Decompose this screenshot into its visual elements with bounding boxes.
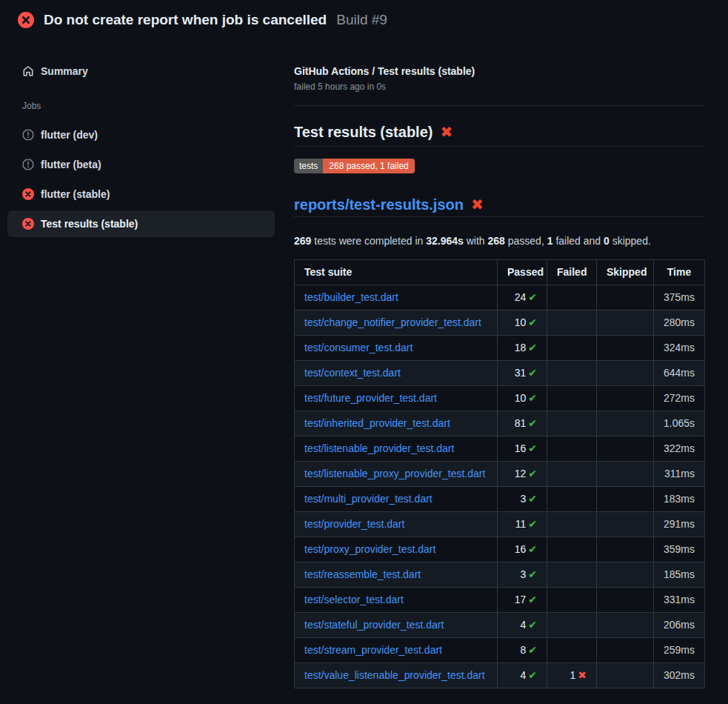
column-header-test-suite: Test suite	[295, 260, 498, 285]
failed-cross-icon: ✖	[471, 197, 484, 212]
cell-passed: 12✔	[498, 462, 547, 487]
check-icon: ✔	[528, 442, 537, 454]
count-value: 3	[520, 568, 526, 580]
summary-segment: with	[464, 235, 488, 247]
cell-failed	[547, 285, 597, 311]
table-row: test/listenable_proxy_provider_test.dart…	[295, 462, 705, 487]
test-suite-link[interactable]: test/proxy_provider_test.dart	[304, 543, 435, 555]
sidebar-item-label: flutter (beta)	[41, 159, 101, 170]
check-icon: ✔	[528, 594, 537, 605]
cell-failed	[547, 537, 597, 562]
sidebar-item-flutter-stable[interactable]: flutter (stable)	[7, 181, 275, 207]
test-suite-link[interactable]: test/multi_provider_test.dart	[304, 493, 433, 505]
count-value: 3	[520, 493, 526, 505]
count-value: 10	[515, 316, 527, 328]
cell-test-suite: test/change_notifier_provider_test.dart	[295, 311, 498, 336]
test-suite-link[interactable]: test/stream_provider_test.dart	[304, 644, 442, 656]
test-results-table: Test suite Passed Failed Skipped Time te…	[294, 259, 705, 688]
cell-skipped	[597, 613, 654, 638]
table-row: test/change_notifier_provider_test.dart1…	[295, 311, 705, 336]
cell-passed: 3✔	[498, 562, 547, 588]
cell-time: 359ms	[654, 537, 705, 562]
sidebar-item-summary[interactable]: Summary	[7, 58, 275, 84]
test-suite-link[interactable]: test/inherited_provider_test.dart	[304, 417, 450, 429]
cell-test-suite: test/context_test.dart	[295, 361, 498, 386]
test-suite-link[interactable]: test/context_test.dart	[304, 367, 401, 379]
cell-passed: 17✔	[498, 588, 547, 613]
cell-test-suite: test/listenable_proxy_provider_test.dart	[295, 462, 498, 487]
cell-failed	[547, 562, 597, 588]
check-icon: ✔	[528, 619, 537, 631]
sidebar-item-flutter-beta[interactable]: flutter (beta)	[7, 151, 275, 178]
count-value: 12	[515, 468, 527, 479]
table-row: test/provider_test.dart11✔291ms	[295, 512, 705, 537]
cell-passed: 24✔	[498, 285, 547, 311]
badge-value: 268 passed, 1 failed	[323, 159, 414, 173]
check-icon: ✔	[528, 518, 537, 530]
cell-failed	[547, 411, 597, 436]
sidebar-item-label: Test results (stable)	[41, 218, 138, 230]
stop-octagon-icon	[22, 129, 34, 141]
report-link[interactable]: reports/test-results.json	[294, 196, 464, 213]
test-suite-link[interactable]: test/change_notifier_provider_test.dart	[304, 316, 481, 328]
page-header: Do not create report when job is cancell…	[0, 0, 728, 40]
cell-time: 1.065s	[654, 411, 705, 436]
summary-segment: 1	[547, 235, 553, 247]
x-circle-fill-icon	[22, 218, 34, 230]
cell-failed	[547, 361, 597, 386]
count-value: 11	[515, 518, 527, 530]
section-heading-text: Test results (stable)	[294, 122, 433, 142]
check-icon: ✔	[528, 644, 537, 656]
check-icon: ✔	[528, 367, 537, 379]
count-value: 1	[570, 669, 575, 681]
summary-segment: passed,	[505, 235, 547, 247]
cell-test-suite: test/stream_provider_test.dart	[295, 638, 498, 663]
table-row: test/stream_provider_test.dart8✔259ms	[295, 638, 705, 663]
cell-passed: 4✔	[498, 613, 547, 638]
test-suite-link[interactable]: test/future_provider_test.dart	[304, 392, 437, 404]
cell-skipped	[597, 487, 654, 512]
cell-passed: 16✔	[498, 537, 547, 562]
count-value: 4	[520, 669, 526, 681]
cell-test-suite: test/stateful_provider_test.dart	[295, 613, 498, 638]
test-suite-link[interactable]: test/builder_test.dart	[304, 291, 398, 303]
count-value: 18	[515, 342, 527, 353]
cell-failed	[547, 462, 597, 487]
test-suite-link[interactable]: test/reassemble_test.dart	[304, 568, 421, 580]
test-suite-link[interactable]: test/provider_test.dart	[304, 518, 404, 530]
badge-label: tests	[294, 159, 323, 173]
check-icon: ✔	[528, 342, 537, 353]
table-row: test/context_test.dart31✔644ms	[295, 361, 705, 386]
table-row: test/value_listenable_provider_test.dart…	[295, 663, 705, 688]
cell-time: 272ms	[654, 386, 705, 411]
cell-passed: 18✔	[498, 336, 547, 361]
cell-test-suite: test/multi_provider_test.dart	[295, 487, 498, 512]
tests-status-badge: tests 268 passed, 1 failed	[294, 159, 415, 173]
table-row: test/future_provider_test.dart10✔272ms	[295, 386, 705, 411]
test-suite-link[interactable]: test/selector_test.dart	[304, 594, 404, 605]
sidebar-item-flutter-dev[interactable]: flutter (dev)	[7, 122, 275, 148]
test-suite-link[interactable]: test/value_listenable_provider_test.dart	[304, 669, 485, 681]
cell-skipped	[597, 638, 654, 663]
check-icon: ✔	[528, 316, 537, 328]
test-suite-link[interactable]: test/listenable_provider_test.dart	[304, 442, 454, 454]
test-suite-link[interactable]: test/consumer_test.dart	[304, 342, 413, 353]
check-icon: ✔	[528, 468, 537, 479]
sidebar-item-label: flutter (dev)	[41, 129, 98, 141]
sidebar-summary-label: Summary	[41, 65, 88, 77]
summary-segment: 269	[294, 235, 311, 247]
test-suite-link[interactable]: test/listenable_proxy_provider_test.dart	[304, 468, 485, 479]
column-header-skipped: Skipped	[597, 260, 654, 285]
breadcrumb: GitHub Actions / Test results (stable)	[294, 65, 704, 77]
sidebar-item-test-results-stable[interactable]: Test results (stable)	[7, 210, 275, 237]
count-value: 4	[520, 619, 526, 631]
cell-test-suite: test/future_provider_test.dart	[295, 386, 498, 411]
test-suite-link[interactable]: test/stateful_provider_test.dart	[304, 619, 444, 631]
table-header-row: Test suite Passed Failed Skipped Time	[295, 260, 705, 285]
job-status-line: failed 5 hours ago in 0s	[294, 82, 704, 92]
main-content: GitHub Actions / Test results (stable) f…	[282, 40, 728, 688]
summary-segment: 0	[604, 235, 610, 247]
cell-time: 331ms	[654, 588, 705, 613]
cell-time: 185ms	[654, 562, 705, 588]
cell-skipped	[597, 512, 654, 537]
